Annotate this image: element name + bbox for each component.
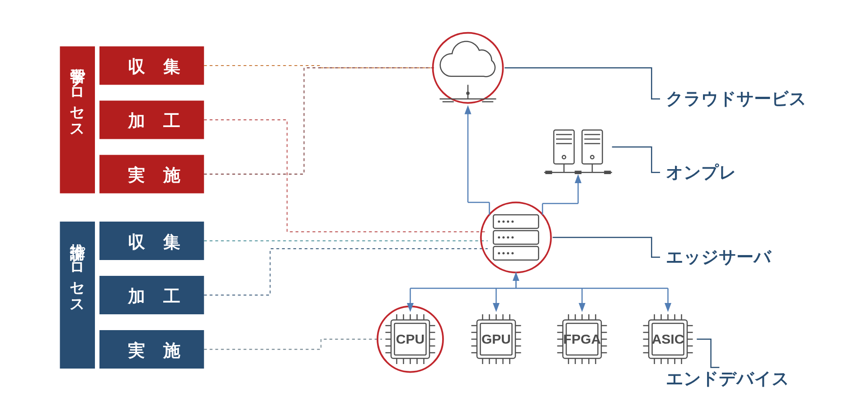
inference-process-group: 推論プロセス 収 集 加 工 実 施	[60, 222, 204, 369]
learning-step-1-label: 加 工	[127, 111, 187, 130]
svg-point-43	[498, 221, 500, 223]
connector-learn-execute	[204, 68, 434, 174]
label-onprem: オンプレ	[666, 163, 736, 182]
svg-rect-38	[604, 171, 611, 175]
svg-point-51	[498, 252, 500, 255]
chip-gpu-label: GPU	[481, 331, 511, 346]
cloud-icon	[433, 33, 503, 103]
label-edge: エッジサーバ	[666, 247, 772, 266]
learning-step-2-label: 実 施	[127, 166, 187, 185]
svg-point-45	[507, 221, 509, 223]
topology-lines	[410, 108, 668, 310]
label-end: エンドデバイス	[666, 369, 789, 388]
svg-point-53	[507, 252, 509, 255]
chip-fpga: FPGA	[557, 314, 607, 364]
chip-cpu: CPU	[377, 307, 443, 372]
svg-rect-36	[545, 171, 552, 175]
edge-server-icon	[481, 203, 551, 273]
architecture-diagram: 学習プロセス 収 集 加 工 実 施 推論プロセス 収 集 加 工 実 施	[0, 0, 868, 407]
svg-point-44	[502, 221, 505, 223]
chip-cpu-label: CPU	[396, 331, 425, 346]
onprem-icon	[544, 130, 612, 175]
svg-point-52	[502, 252, 505, 255]
svg-point-39	[481, 203, 551, 273]
inference-step-1-label: 加 工	[127, 287, 187, 306]
inference-step-2-label: 実 施	[127, 341, 187, 360]
svg-point-54	[511, 252, 514, 255]
inference-header-label: 推論プロセス	[69, 232, 85, 310]
svg-point-49	[507, 237, 509, 239]
svg-point-46	[511, 221, 514, 223]
inference-step-0-label: 収 集	[128, 232, 187, 251]
chip-asic-label: ASIC	[652, 331, 684, 346]
svg-point-50	[511, 237, 514, 239]
chip-asic: ASIC	[643, 314, 693, 364]
learning-header-label: 学習プロセス	[69, 57, 85, 135]
learning-process-group: 学習プロセス 収 集 加 工 実 施	[60, 47, 204, 194]
label-cloud: クラウドサービス	[666, 89, 807, 108]
svg-point-47	[498, 237, 500, 239]
svg-rect-37	[575, 171, 581, 175]
chip-gpu: GPU	[472, 314, 521, 364]
svg-point-29	[466, 92, 470, 95]
learning-step-0-label: 収 集	[128, 57, 187, 76]
svg-point-48	[502, 237, 505, 239]
connector-inf-execute	[204, 339, 382, 350]
connector-learn-process	[204, 120, 488, 232]
chip-fpga-label: FPGA	[563, 331, 601, 346]
